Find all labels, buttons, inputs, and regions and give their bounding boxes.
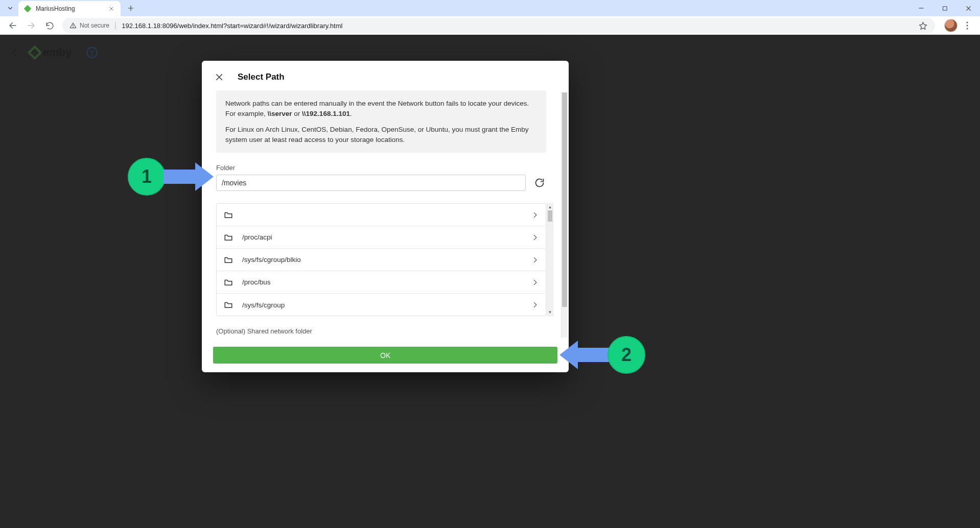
- folder-name: /sys/fs/cgroup/blkio: [242, 256, 522, 263]
- folder-row[interactable]: /proc/acpi: [217, 226, 546, 249]
- folder-row[interactable]: /proc/bus: [217, 271, 546, 294]
- chevron-right-icon: [531, 301, 539, 308]
- kebab-icon: [966, 21, 968, 30]
- dialog-scrollbar[interactable]: [561, 92, 568, 338]
- tab-close-button[interactable]: [107, 5, 115, 13]
- close-icon: [965, 5, 972, 12]
- arrow-right-icon: [27, 21, 36, 30]
- app-background: emby ? Select Path Network paths can be …: [0, 35, 980, 528]
- reload-icon: [45, 21, 54, 30]
- select-path-dialog: Select Path Network paths can be entered…: [202, 61, 569, 372]
- window-controls: [909, 0, 980, 16]
- browser-toolbar: Not secure | 192.168.1.18:8096/web/index…: [0, 16, 980, 35]
- folder-icon: [224, 233, 233, 242]
- dialog-body: Network paths can be entered manually in…: [202, 90, 569, 340]
- dialog-title: Select Path: [238, 72, 285, 82]
- minimize-icon: [918, 5, 924, 11]
- nav-forward-button[interactable]: [22, 18, 40, 33]
- page-viewport: emby ? Select Path Network paths can be …: [0, 35, 980, 528]
- star-icon: [919, 21, 927, 30]
- folder-row[interactable]: [217, 204, 546, 226]
- optional-network-label: (Optional) Shared network folder: [216, 327, 561, 335]
- browser-tab[interactable]: MariusHosting: [18, 1, 121, 16]
- favicon-icon: [24, 5, 32, 13]
- window-minimize-button[interactable]: [909, 0, 933, 16]
- ok-button-label: OK: [380, 351, 390, 359]
- svg-point-15: [966, 28, 968, 29]
- folder-label: Folder: [216, 164, 561, 172]
- chevron-right-icon: [531, 234, 539, 241]
- tab-search-button[interactable]: [3, 1, 17, 15]
- svg-rect-6: [943, 6, 946, 10]
- info-panel: Network paths can be entered manually in…: [216, 90, 546, 153]
- dialog-header: Select Path: [202, 61, 569, 90]
- close-icon: [109, 6, 114, 11]
- chevron-right-icon: [531, 279, 539, 286]
- scroll-down-button[interactable]: ▼: [547, 309, 553, 316]
- nav-reload-button[interactable]: [41, 18, 58, 33]
- plus-icon: [127, 5, 134, 12]
- warning-icon: [69, 22, 77, 29]
- scroll-up-button[interactable]: ▲: [547, 204, 553, 210]
- close-icon: [215, 73, 224, 82]
- arrow-left-icon: [8, 21, 17, 30]
- svg-point-13: [966, 21, 968, 23]
- tab-strip: MariusHosting: [0, 0, 980, 16]
- scrollbar-thumb[interactable]: [548, 210, 552, 222]
- url-text: 192.168.1.18:8096/web/index.html?start=w…: [122, 22, 342, 30]
- new-tab-button[interactable]: [124, 1, 138, 15]
- folder-icon: [224, 210, 233, 220]
- folder-name: /proc/acpi: [242, 233, 522, 241]
- bookmark-button[interactable]: [918, 20, 928, 31]
- folder-name: /sys/fs/cgroup: [242, 301, 522, 309]
- profile-avatar[interactable]: [944, 19, 958, 32]
- chevron-right-icon: [531, 256, 539, 263]
- folder-icon: [224, 300, 233, 309]
- svg-rect-0: [24, 5, 31, 12]
- refresh-icon: [534, 178, 545, 188]
- ok-button[interactable]: OK: [213, 347, 557, 364]
- folder-name: /proc/bus: [242, 278, 522, 286]
- folder-icon: [224, 255, 233, 265]
- svg-point-14: [966, 25, 968, 26]
- nav-back-button[interactable]: [4, 18, 21, 33]
- window-close-button[interactable]: [956, 0, 980, 16]
- refresh-button[interactable]: [533, 176, 546, 189]
- chevron-down-icon: [7, 5, 14, 12]
- maximize-icon: [942, 6, 948, 11]
- folder-list: /proc/acpi /sys/fs/cgroup/blkio /proc/bu…: [216, 203, 546, 316]
- tab-title: MariusHosting: [36, 5, 103, 12]
- security-label: Not secure: [80, 22, 109, 29]
- address-bar[interactable]: Not secure | 192.168.1.18:8096/web/index…: [62, 18, 935, 33]
- folder-list-scrollbar[interactable]: ▲ ▼: [547, 203, 553, 316]
- window-maximize-button[interactable]: [933, 0, 956, 16]
- scrollbar-thumb[interactable]: [562, 92, 567, 307]
- folder-icon: [224, 278, 233, 287]
- dialog-close-button[interactable]: [213, 71, 225, 83]
- browser-menu-button[interactable]: [959, 18, 976, 33]
- security-indicator[interactable]: Not secure: [69, 22, 109, 29]
- folder-row[interactable]: /sys/fs/cgroup/blkio: [217, 249, 546, 271]
- folder-input[interactable]: [216, 175, 526, 191]
- svg-point-12: [73, 27, 74, 28]
- chevron-right-icon: [531, 211, 539, 219]
- folder-row[interactable]: /sys/fs/cgroup: [217, 294, 546, 316]
